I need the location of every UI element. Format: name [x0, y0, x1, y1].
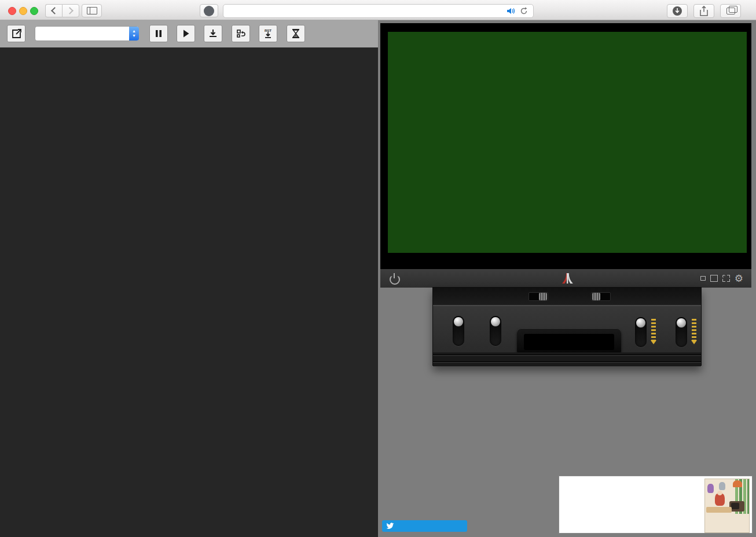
large-size-button[interactable]	[710, 275, 718, 282]
cover-character-face	[717, 491, 722, 495]
emulator-screen[interactable]	[380, 23, 751, 269]
hot-reload-button[interactable]	[232, 25, 250, 42]
console-deck	[433, 305, 701, 352]
download-circle-icon	[672, 6, 682, 16]
preset-select[interactable]: ▲▼	[35, 26, 139, 41]
console-bottom-strip	[433, 352, 701, 366]
reset-and-run-button[interactable]: RST	[259, 25, 277, 42]
tab-overview-button[interactable]	[720, 4, 741, 18]
adblock-icon	[204, 6, 214, 16]
game-reset-toggle[interactable]	[676, 317, 687, 347]
rst-label: RST	[265, 29, 271, 32]
share-project-icon	[10, 28, 22, 39]
share-button[interactable]	[693, 4, 714, 18]
fullscreen-button[interactable]	[722, 275, 730, 282]
select-stepper-icon: ▲▼	[129, 27, 139, 41]
cover-tv-screen	[731, 503, 739, 509]
play-icon	[181, 29, 190, 38]
game-select-toggle[interactable]	[635, 317, 647, 347]
tv-type-toggle[interactable]	[490, 316, 501, 346]
small-size-button[interactable]	[700, 276, 706, 281]
tabs-icon	[726, 8, 735, 14]
zoom-window-button[interactable]	[30, 7, 38, 15]
share-icon	[699, 6, 709, 16]
reset-download-icon: RST	[263, 28, 273, 39]
hourglass-icon	[291, 28, 300, 39]
twitter-bird-icon	[386, 523, 394, 529]
sidebar-toggle-button[interactable]	[82, 4, 102, 17]
sidebar-icon	[87, 7, 97, 14]
power-button[interactable]	[390, 273, 400, 284]
forward-button[interactable]	[62, 4, 79, 17]
download-rom-button[interactable]	[204, 25, 222, 42]
close-window-button[interactable]	[8, 7, 16, 15]
pause-button[interactable]	[149, 25, 168, 42]
game-display	[388, 32, 747, 253]
power-toggle[interactable]	[453, 316, 464, 346]
new-tab-button[interactable]	[743, 4, 755, 17]
cover-character-1	[707, 484, 714, 493]
cover-lamp	[733, 480, 742, 487]
browser-chrome	[0, 0, 756, 20]
chevron-right-icon	[66, 7, 74, 14]
reset-arrow-icon	[692, 319, 696, 343]
minimize-window-button[interactable]	[19, 7, 27, 15]
book-cover-image[interactable]	[704, 479, 750, 533]
downloads-button[interactable]	[667, 4, 688, 18]
vcs-console-panel	[432, 287, 702, 366]
chevron-left-icon	[51, 7, 58, 14]
cartridge-slot	[517, 328, 621, 356]
cover-character-2	[719, 482, 725, 490]
share-project-button[interactable]	[7, 25, 25, 42]
audio-speaker-icon[interactable]	[507, 8, 515, 14]
cartridge-label	[524, 334, 614, 350]
reload-icon[interactable]	[520, 7, 528, 15]
f9-switch[interactable]	[591, 292, 611, 301]
atari-logo-icon	[561, 272, 574, 285]
adblock-extension-button[interactable]	[200, 4, 218, 17]
f4-switch[interactable]	[529, 292, 548, 301]
hot-reload-icon	[236, 28, 246, 39]
select-arrow-icon	[651, 319, 656, 343]
code-editor[interactable]	[0, 47, 378, 537]
ide-toolbar: ▲▼ RST	[0, 20, 378, 47]
twitter-follow-button[interactable]	[382, 520, 467, 532]
book-ad	[559, 476, 753, 534]
download-icon	[208, 29, 218, 38]
emulator-control-bar: ⚙	[380, 269, 751, 288]
profile-button[interactable]	[287, 25, 305, 42]
address-bar[interactable]	[223, 4, 534, 18]
back-button[interactable]	[45, 4, 62, 17]
game-sky	[388, 32, 747, 146]
settings-gear-icon[interactable]: ⚙	[735, 274, 743, 284]
cover-table	[706, 507, 732, 513]
run-button[interactable]	[177, 25, 195, 42]
console-top-strip	[433, 288, 701, 306]
pause-icon	[154, 29, 163, 38]
app-window: ▲▼ RST	[0, 0, 756, 537]
